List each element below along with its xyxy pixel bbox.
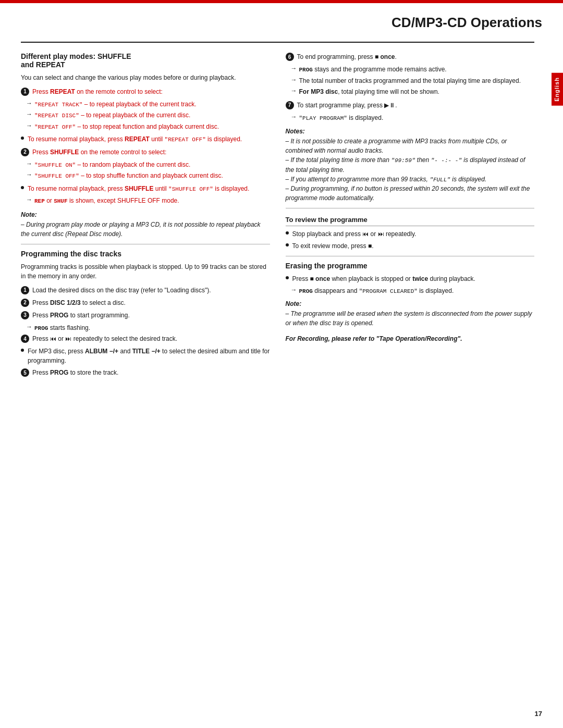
right-note-3: – If you attempt to programme more than …	[286, 175, 535, 184]
play-modes-heading: Different play modes: SHUFFLEand REPEAT	[21, 52, 270, 69]
right-column: 6 To end programming, press ■ once. → PR…	[286, 52, 535, 380]
prog-item-7: 7 To start programme play, press ▶⏸.	[286, 101, 535, 110]
prog-item-1: 1 Load the desired discs on the disc tra…	[21, 286, 270, 295]
prog-arrow-6c: → For MP3 disc, total playing time will …	[291, 87, 535, 96]
page: CD/MP3-CD Operations English Different p…	[0, 0, 563, 728]
prog-num-4: 4	[21, 335, 29, 343]
erase-bullet-1: Press ■ once when playback is stopped or…	[286, 274, 535, 283]
prog-mp3-bullet: For MP3 disc, press ALBUM −/+ and TITLE …	[21, 347, 270, 365]
erase-note-text: – The programme will be erased when the …	[286, 309, 535, 328]
section-programming: Programming the disc tracks Programming …	[21, 250, 270, 378]
section-divider-3	[286, 256, 535, 256]
page-number: 17	[535, 710, 542, 718]
repeat-arrow-3: → "REPEAT OFF" – to stop repeat function…	[26, 122, 270, 132]
prog-arrow-7: → "PLAY PROGRAM" is displayed.	[291, 113, 535, 123]
shuffle-arrow-2: → "SHUFFLE OFF" – to stop shuffle functi…	[26, 171, 270, 181]
repeat-note: Note: – During program play mode or play…	[21, 211, 270, 239]
review-bullet-2-text: To exit review mode, press ■.	[292, 241, 535, 251]
repeat-item: 1 Press REPEAT on the remote control to …	[21, 87, 270, 96]
num-2: 2	[21, 148, 29, 156]
erase-bullet-1-text: Press ■ once when playback is stopped or…	[292, 274, 535, 283]
programming-intro: Programming tracks is possible when play…	[21, 262, 270, 281]
prog-item-4-text: Press ⏮ or ⏭ repeatedly to select the de…	[32, 334, 270, 343]
prog-item-2: 2 Press DISC 1/2/3 to select a disc.	[21, 298, 270, 307]
left-column: Different play modes: SHUFFLEand REPEAT …	[21, 52, 270, 380]
prog-item-3-text: Press PROG to start programming.	[32, 311, 270, 320]
section-play-modes: Different play modes: SHUFFLEand REPEAT …	[21, 52, 270, 239]
prog-item-2-text: Press DISC 1/2/3 to select a disc.	[32, 298, 270, 307]
prog-num-2: 2	[21, 299, 29, 307]
review-bullet-1-text: Stop playback and press ⏮ or ⏭ repeatedl…	[292, 229, 535, 239]
review-bullet-2: To exit review mode, press ■.	[286, 241, 535, 251]
right-note-2: – If the total playing time is more than…	[286, 155, 535, 175]
erase-arrow: → PROG disappears and "PROGRAM CLEARED" …	[291, 286, 535, 296]
prog-mp3-text: For MP3 disc, press ALBUM −/+ and TITLE …	[28, 347, 270, 365]
prog-item-1-text: Load the desired discs on the disc tray …	[32, 286, 270, 295]
prog-arrow-6a: → PROG stays and the programme mode rema…	[291, 65, 535, 75]
note-text: – During program play mode or playing a …	[21, 220, 270, 239]
review-bullet-1: Stop playback and press ⏮ or ⏭ repeatedl…	[286, 229, 535, 239]
prog-num-3: 3	[21, 311, 29, 319]
shuffle-rep-shuf-arrow: → REP or SHUF is shown, except SHUFFLE O…	[26, 196, 270, 206]
prog-arrow-6b: → The total number of tracks programmed …	[291, 76, 535, 85]
play-modes-intro: You can select and change the various pl…	[21, 73, 270, 83]
repeat-arrow-1: → "REPEAT TRACK" – to repeat playback of…	[26, 100, 270, 109]
two-column-layout: Different play modes: SHUFFLEand REPEAT …	[21, 52, 534, 380]
prog-num-7: 7	[286, 101, 294, 109]
right-notes-title: Notes:	[286, 128, 535, 135]
prog-arrow-3: → PROG starts flashing.	[26, 323, 270, 333]
programming-heading: Programming the disc tracks	[21, 250, 270, 258]
section-divider-2	[286, 208, 535, 208]
prog-item-5-text: Press PROG to store the track.	[32, 368, 270, 377]
review-heading: To review the programme	[286, 216, 535, 226]
section-erase: Erasing the programme Press ■ once when …	[286, 262, 535, 343]
erase-note-title: Note:	[286, 300, 535, 307]
prog-item-3: 3 Press PROG to start programming.	[21, 311, 270, 320]
repeat-item-text: Press REPEAT on the remote control to se…	[32, 87, 270, 96]
title-divider	[21, 42, 534, 43]
resume-repeat-bullet: To resume normal playback, press REPEAT …	[21, 134, 270, 144]
recording-note-text: For Recording, please refer to "Tape Ope…	[286, 334, 535, 344]
prog-item-5: 5 Press PROG to store the track.	[21, 368, 270, 377]
shuffle-arrow-1: → "SHUFFLE ON" – to random playback of t…	[26, 160, 270, 170]
note-title: Note:	[21, 211, 270, 218]
erase-heading: Erasing the programme	[286, 262, 535, 270]
shuffle-item-text: Press SHUFFLE on the remote control to s…	[32, 147, 270, 157]
prog-item-6-text: To end programming, press ■ once.	[297, 52, 535, 61]
prog-item-4: 4 Press ⏮ or ⏭ repeatedly to select the …	[21, 334, 270, 343]
page-title: CD/MP3-CD Operations	[391, 15, 542, 31]
resume-shuffle-bullet: To resume normal playback, press SHUFFLE…	[21, 184, 270, 194]
prog-item-7-text: To start programme play, press ▶⏸.	[297, 101, 535, 110]
section-divider-1	[21, 244, 270, 244]
content-area: Different play modes: SHUFFLEand REPEAT …	[21, 42, 534, 707]
right-note-4: – During programming, if no button is pr…	[286, 184, 535, 203]
top-rule	[0, 0, 563, 3]
right-notes: Notes: – It is not possible to create a …	[286, 128, 535, 203]
prog-item-6: 6 To end programming, press ■ once.	[286, 52, 535, 61]
num-1: 1	[21, 88, 29, 96]
erase-note: Note: – The programme will be erased whe…	[286, 300, 535, 328]
prog-num-1: 1	[21, 286, 29, 294]
recording-note: For Recording, please refer to "Tape Ope…	[286, 334, 535, 344]
right-note-1: – It is not possible to create a program…	[286, 137, 535, 155]
shuffle-item: 2 Press SHUFFLE on the remote control to…	[21, 147, 270, 157]
prog-num-6: 6	[286, 53, 294, 61]
section-review: To review the programme Stop playback an…	[286, 216, 535, 251]
language-tab: English	[552, 73, 563, 106]
repeat-arrow-2: → "REPEAT DISC" – to repeat playback of …	[26, 110, 270, 120]
prog-num-5: 5	[21, 368, 29, 377]
